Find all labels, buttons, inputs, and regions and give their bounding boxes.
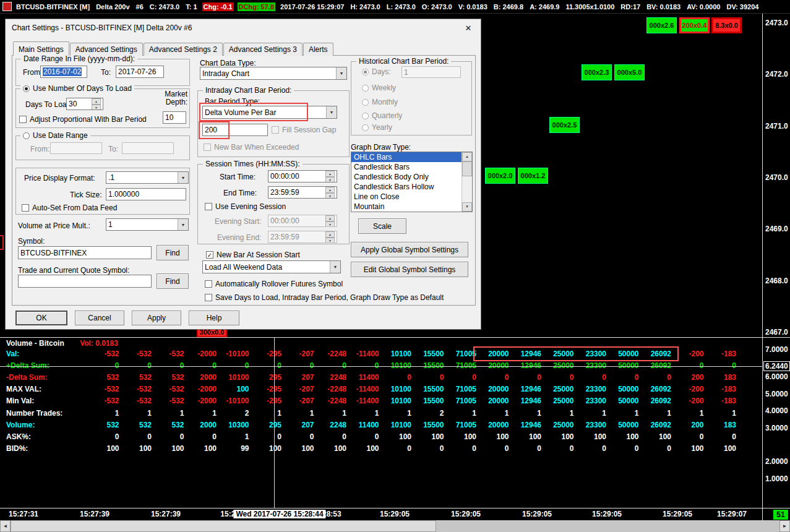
screen: { "icons": { "close": "✕", "combo_arrow"…	[0, 0, 790, 532]
volume-at-price-mult-select[interactable]: 1 ▼	[106, 218, 189, 231]
bar-period-type-select[interactable]: Delta Volume Per Bar ▼	[202, 106, 337, 119]
start-time-spinner[interactable]: ▲ ▼	[325, 171, 335, 182]
apply-button[interactable]: Apply	[132, 311, 181, 325]
save-defaults-checkbox[interactable]: Save Days to Load, Intraday Bar Period, …	[205, 293, 444, 302]
price-display-format-select[interactable]: .1 ▼	[106, 171, 189, 184]
horizontal-scrollbar[interactable]: ◄ ►	[0, 520, 790, 532]
symbol-find-button[interactable]: Find	[157, 245, 189, 260]
scale-button[interactable]: Scale	[358, 218, 406, 234]
combo-dropdown-button[interactable]: ▼	[330, 261, 340, 273]
cell: -295	[249, 385, 282, 393]
list-item-candlestick-bars-hollow[interactable]: Candlestick Bars Hollow	[351, 182, 462, 192]
adjust-proportional-checkbox[interactable]: Adjust Proportional With Bar Period	[19, 115, 147, 124]
list-scrollbar-thumb[interactable]	[462, 161, 472, 176]
symbol-input[interactable]: BTCUSD-BITFINEX	[18, 246, 152, 259]
historical-yearly-radio[interactable]: Yearly	[362, 123, 392, 132]
use-number-of-days-radio[interactable]: Use Number Of Days To Load	[20, 84, 134, 93]
tick-size-input[interactable]: 1.000000	[106, 188, 186, 200]
use-evening-session-checkbox[interactable]: Use Evening Session	[205, 202, 286, 211]
spin-down-icon[interactable]: ▼	[325, 177, 335, 182]
spin-down-icon[interactable]: ▼	[325, 193, 335, 199]
close-icon[interactable]: ✕	[461, 22, 476, 35]
chart-data-type-select[interactable]: Intraday Chart ▼	[200, 67, 347, 80]
evening-start-input[interactable]: 00:00:00 ▲ ▼	[268, 215, 337, 227]
tab-advanced-settings[interactable]: Advanced Settings	[70, 43, 143, 56]
scroll-up-button[interactable]: ▲	[462, 152, 472, 161]
market-depth-input[interactable]: 10	[163, 111, 186, 124]
historical-quarterly-radio[interactable]: Quarterly	[362, 111, 402, 120]
end-time-spinner[interactable]: ▲ ▼	[325, 187, 335, 198]
dialog-title-bar[interactable]: Chart Settings - BTCUSD-BITFINEX [M] Del…	[6, 19, 481, 36]
cell: 15500	[411, 397, 444, 405]
tab-advanced-settings-3[interactable]: Advanced Settings 3	[223, 43, 303, 56]
button-label: Scale	[373, 222, 392, 231]
cell: 2000	[184, 421, 217, 429]
scroll-left-button[interactable]: ◄	[0, 520, 11, 532]
spin-up-icon[interactable]: ▲	[92, 98, 101, 105]
quote-symbol-find-button[interactable]: Find	[157, 273, 189, 289]
spin-down-icon[interactable]: ▼	[325, 238, 335, 243]
start-time-input[interactable]: 00:00:00 ▲ ▼	[268, 170, 337, 182]
tab-alerts[interactable]: Alerts	[303, 43, 333, 56]
scroll-down-button[interactable]: ▼	[462, 202, 472, 212]
historical-days-input[interactable]: 1	[401, 66, 461, 78]
time-axis[interactable]: 15:27:3115:27:3915:27:3915:27:5Wed 2017-…	[0, 508, 762, 520]
spin-up-icon[interactable]: ▲	[325, 171, 335, 177]
historical-monthly-radio[interactable]: Monthly	[362, 98, 398, 106]
list-item-candlestick-bars[interactable]: Candlestick Bars	[351, 162, 462, 172]
historical-days-radio[interactable]: Days:	[362, 67, 391, 76]
cancel-button[interactable]: Cancel	[75, 311, 124, 325]
historical-weekly-radio[interactable]: Weekly	[362, 84, 396, 92]
evening-end-input[interactable]: 23:59:59 ▲ ▼	[268, 231, 337, 243]
ok-button[interactable]: OK	[15, 311, 67, 325]
range-to-input[interactable]	[122, 142, 174, 154]
combo-dropdown-button[interactable]: ▼	[178, 219, 188, 230]
days-to-load-spinner[interactable]: ▲ ▼	[92, 98, 101, 109]
input-value: 10	[165, 113, 173, 122]
days-to-load-input[interactable]: 30 ▲ ▼	[66, 98, 103, 110]
rollover-futures-checkbox[interactable]: Automatically Rollover Futures Symbol	[205, 280, 343, 288]
evening-start-spinner[interactable]: ▲ ▼	[325, 215, 335, 226]
bar-period-value-input[interactable]: 200	[202, 124, 268, 136]
tab-main-settings[interactable]: Main Settings	[13, 41, 69, 56]
cell: 100	[606, 432, 639, 441]
cell: 100	[379, 432, 412, 441]
fill-session-gap-checkbox[interactable]: Fill Session Gap	[272, 126, 336, 134]
top-bar-field: BTCUSD-BITFINEX [M]	[15, 2, 91, 11]
use-date-range-radio[interactable]: Use Date Range	[20, 131, 90, 140]
spin-up-icon[interactable]: ▲	[325, 187, 335, 193]
cell: 1	[541, 409, 574, 418]
scroll-right-button[interactable]: ►	[779, 520, 790, 532]
quote-symbol-input[interactable]	[18, 275, 152, 288]
list-item-mountain[interactable]: Mountain	[351, 202, 462, 212]
evening-end-spinner[interactable]: ▲ ▼	[325, 231, 335, 242]
apply-global-symbol-settings-button[interactable]: Apply Global Symbol Settings	[351, 242, 468, 257]
cell: 0	[346, 361, 379, 370]
spin-up-icon[interactable]: ▲	[325, 231, 335, 238]
end-time-input[interactable]: 23:59:59 ▲ ▼	[268, 186, 337, 199]
new-bar-when-exceeded-checkbox[interactable]: New Bar When Exceeded	[204, 143, 299, 152]
tab-advanced-settings-2[interactable]: Advanced Settings 2	[144, 43, 223, 56]
list-scrollbar[interactable]: ▲ ▼	[462, 152, 472, 212]
combo-dropdown-button[interactable]: ▼	[336, 67, 346, 79]
price-scale[interactable]: 2473.02472.02471.02470.02469.02468.02467…	[763, 0, 790, 520]
help-button[interactable]: Help	[189, 311, 239, 325]
new-bar-at-session-start-checkbox[interactable]: ✓ New Bar At Session Start	[206, 251, 300, 259]
list-item-ohlc-bars[interactable]: OHLC Bars	[351, 152, 462, 162]
combo-dropdown-button[interactable]: ▼	[326, 106, 337, 118]
edit-global-symbol-settings-button[interactable]: Edit Global Symbol Settings	[351, 262, 468, 277]
list-item-line-on-close[interactable]: Line on Close	[351, 192, 462, 202]
spin-down-icon[interactable]: ▼	[325, 221, 335, 227]
spin-down-icon[interactable]: ▼	[92, 105, 101, 110]
date-from-input[interactable]: 2016-07-02	[40, 66, 87, 78]
auto-set-from-data-feed-checkbox[interactable]: Auto-Set From Data Feed	[22, 204, 117, 212]
date-to-input[interactable]: 2017-07-26	[116, 66, 164, 78]
combo-dropdown-button[interactable]: ▼	[178, 172, 188, 183]
spin-up-icon[interactable]: ▲	[325, 215, 335, 221]
price-scale-label: 6.0000	[765, 372, 788, 381]
list-item-candlestick-body-only[interactable]: Candlestick Body Only	[351, 172, 462, 182]
graph-draw-type-list[interactable]: OHLC BarsCandlestick BarsCandlestick Bod…	[351, 152, 473, 212]
range-from-input[interactable]	[50, 142, 102, 154]
scrollbar-thumb[interactable]	[11, 520, 436, 532]
weekend-data-select[interactable]: Load All Weekend Data ▼	[202, 260, 341, 273]
